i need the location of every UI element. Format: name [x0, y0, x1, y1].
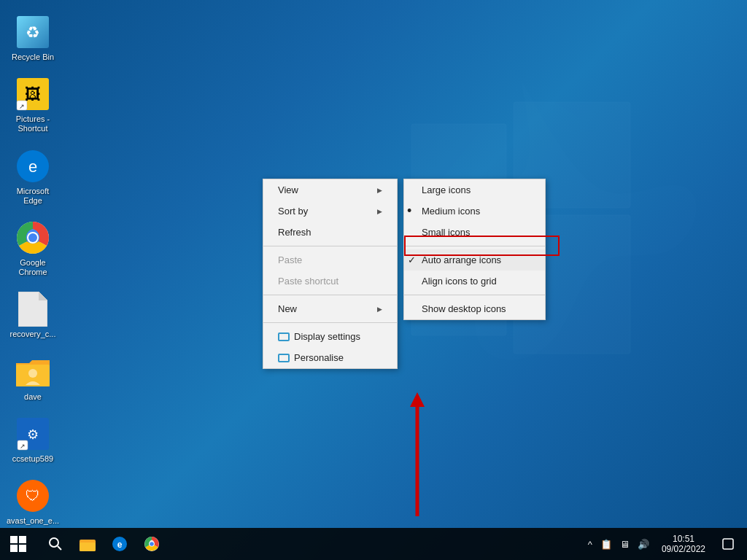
taskbar-chrome[interactable]	[136, 529, 167, 559]
desktop-icon-recovery-c[interactable]: recovery_c...	[4, 288, 62, 343]
tray-clipboard[interactable]: 📋	[597, 537, 615, 551]
recycle-bin-icon: ♻	[16, 15, 50, 49]
submenu-item-small-icons[interactable]: Small icons	[404, 222, 545, 243]
desktop-icon-ccsetup589[interactable]: ⚙ ↗ ccsetup589	[4, 413, 62, 467]
menu-item-paste[interactable]: Paste	[263, 249, 397, 271]
taskbar: e ^ 📋 🖥 🔊	[0, 528, 747, 560]
taskbar-right: ^ 📋 🖥 🔊 10:51 09/02/2022	[585, 528, 747, 560]
submenu-item-medium-icons[interactable]: Medium icons	[404, 201, 545, 222]
tray-chevron[interactable]: ^	[585, 537, 595, 551]
notification-icon	[722, 538, 734, 550]
dave-label: dave	[24, 392, 42, 402]
recycle-bin-icon-img: ♻	[15, 15, 50, 50]
menu-item-refresh[interactable]: Refresh	[263, 222, 397, 243]
clock-date: 09/02/2022	[662, 544, 705, 554]
personalise-icon	[278, 354, 290, 362]
submenu-item-align-to-grid[interactable]: Align icons to grid	[404, 271, 545, 292]
svg-rect-27	[19, 536, 26, 543]
menu-item-new[interactable]: New	[263, 298, 397, 319]
menu-item-sort-by[interactable]: Sort by	[263, 201, 397, 222]
desktop-icon-google-chrome[interactable]: Google Chrome	[4, 217, 62, 281]
svg-text:⚙: ⚙	[27, 427, 39, 442]
menu-separator-3	[263, 322, 397, 323]
menu-separator-2	[263, 295, 397, 295]
svg-rect-26	[10, 536, 18, 543]
menu-item-view[interactable]: View	[263, 179, 397, 201]
desktop[interactable]: ♻ Recycle Bin 🖼 ↗ Pictures -Shortcut	[0, 0, 747, 560]
svg-point-15	[28, 233, 37, 242]
pictures-shortcut-label: Pictures -Shortcut	[16, 114, 50, 133]
dave-icon-img	[15, 354, 50, 389]
display-icon	[278, 332, 290, 341]
view-submenu: Large icons Medium icons Small icons Aut…	[403, 179, 546, 320]
edge-label: Microsoft Edge	[7, 187, 58, 206]
notification-button[interactable]	[715, 528, 741, 560]
file-explorer-icon	[80, 537, 96, 551]
taskbar-icons: e	[36, 529, 171, 559]
chrome-icon-img	[15, 220, 50, 255]
submenu-item-large-icons[interactable]: Large icons	[404, 179, 545, 201]
desktop-icon-microsoft-edge[interactable]: e Microsoft Edge	[4, 145, 62, 209]
red-arrow-container	[409, 392, 426, 524]
desktop-icons-container: ♻ Recycle Bin 🖼 ↗ Pictures -Shortcut	[0, 7, 66, 533]
file-icon-img	[15, 292, 50, 327]
taskbar-search-icon[interactable]	[40, 529, 71, 559]
file-icon	[18, 292, 47, 327]
avast-icon: 🛡	[16, 479, 50, 513]
desktop-icon-avast[interactable]: 🛡 avast_one_e...	[4, 475, 62, 529]
desktop-icon-recycle-bin[interactable]: ♻ Recycle Bin	[4, 11, 62, 66]
menu-item-personalise[interactable]: Personalise	[263, 347, 397, 368]
tray-volume[interactable]: 🔊	[635, 537, 652, 551]
menu-separator-1	[263, 246, 397, 246]
edge-icon-img: e	[15, 149, 50, 184]
desktop-icon-pictures-shortcut[interactable]: 🖼 ↗ Pictures -Shortcut	[4, 73, 62, 137]
system-tray: ^ 📋 🖥 🔊	[585, 537, 652, 551]
svg-point-30	[50, 538, 58, 547]
taskbar-edge-icon: e	[112, 536, 128, 552]
clock-time: 10:51	[673, 534, 694, 544]
menu-item-paste-shortcut[interactable]: Paste shortcut	[263, 271, 397, 292]
pictures-icon-img: 🖼 ↗	[15, 77, 50, 112]
svg-rect-29	[19, 545, 26, 552]
red-arrow-svg	[409, 392, 426, 524]
folder-icon	[16, 357, 50, 386]
submenu-separator-2	[404, 295, 545, 295]
svg-point-17	[28, 369, 37, 378]
submenu-separator-1	[404, 246, 545, 246]
search-icon	[48, 537, 63, 551]
svg-text:↗: ↗	[19, 103, 25, 110]
svg-rect-40	[723, 539, 733, 549]
svg-text:🛡: 🛡	[26, 488, 40, 504]
svg-rect-34	[80, 542, 96, 551]
context-menu: View Sort by Refresh Paste Paste shortcu…	[263, 179, 398, 369]
tray-display[interactable]: 🖥	[617, 537, 632, 551]
ccsetup-icon-img: ⚙ ↗	[15, 416, 50, 451]
start-button[interactable]	[0, 528, 36, 560]
svg-line-31	[58, 546, 61, 550]
windows-logo-icon	[10, 536, 26, 552]
svg-text:e: e	[117, 540, 123, 550]
submenu-item-show-desktop-icons[interactable]: Show desktop icons	[404, 298, 545, 319]
recycle-bin-label: Recycle Bin	[12, 52, 54, 62]
svg-point-39	[150, 542, 154, 546]
menu-item-display-settings[interactable]: Display settings	[263, 326, 397, 347]
taskbar-chrome-icon	[144, 536, 160, 552]
desktop-icon-dave[interactable]: dave	[4, 351, 62, 405]
svg-text:♻: ♻	[26, 23, 40, 42]
pictures-icon: 🖼 ↗	[16, 77, 50, 111]
chrome-label: Google Chrome	[7, 258, 58, 277]
svg-text:↗: ↗	[20, 443, 26, 450]
ccsetup-label: ccsetup589	[12, 454, 53, 464]
taskbar-edge[interactable]: e	[104, 529, 135, 559]
svg-rect-28	[10, 545, 18, 552]
clock[interactable]: 10:51 09/02/2022	[656, 534, 711, 554]
avast-icon-img: 🛡	[15, 478, 50, 513]
chrome-icon	[16, 221, 50, 254]
recovery-c-label: recovery_c...	[10, 330, 56, 339]
edge-icon: e	[16, 149, 50, 183]
avast-label: avast_one_e...	[7, 516, 59, 526]
submenu-item-auto-arrange[interactable]: Auto arrange icons	[404, 249, 545, 271]
taskbar-file-explorer[interactable]	[72, 529, 103, 559]
svg-text:🖼: 🖼	[25, 85, 41, 104]
setup-icon: ⚙ ↗	[16, 417, 50, 451]
